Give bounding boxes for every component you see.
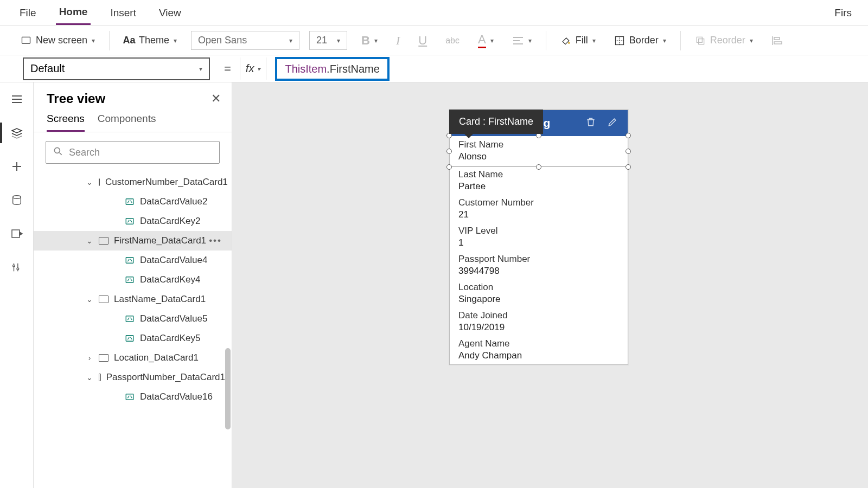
caret-icon[interactable]: ⌄ <box>85 236 94 245</box>
tree-title: Tree view <box>47 91 105 106</box>
separator <box>680 31 681 50</box>
tree-item[interactable]: DataCardKey2 <box>34 211 232 231</box>
tree-item[interactable]: DataCardValue16 <box>34 387 232 407</box>
resize-handle[interactable] <box>536 164 541 170</box>
tree-item[interactable]: ⌄FirstName_DataCard1••• <box>34 231 232 251</box>
control-icon <box>125 216 135 226</box>
field-label: Date Joined <box>458 310 619 321</box>
font-size-select[interactable]: 21 ▾ <box>309 31 347 50</box>
caret-icon[interactable]: › <box>85 354 94 362</box>
main-area: Tree view ✕ Screens Components Search ⌄C… <box>0 82 868 488</box>
resize-handle[interactable] <box>626 164 631 170</box>
formula-input[interactable]: ThisItem.FirstName <box>275 57 389 81</box>
tree-item-label: DataCardKey5 <box>140 333 201 344</box>
resize-handle[interactable] <box>626 133 631 138</box>
new-screen-button[interactable]: New screen ▾ <box>16 31 99 49</box>
form-field[interactable]: Agent NameAndy Champan <box>450 336 628 364</box>
new-screen-icon <box>21 35 31 46</box>
control-icon <box>125 333 135 343</box>
selected-datacard[interactable]: First NameAlonso <box>450 136 628 167</box>
align-objects-button[interactable] <box>767 32 787 49</box>
equals-sign: = <box>224 62 231 76</box>
new-screen-label: New screen <box>36 35 87 46</box>
data-icon[interactable] <box>10 193 24 207</box>
align-button[interactable]: ▾ <box>508 33 536 49</box>
italic-button[interactable]: I <box>392 30 404 51</box>
tree-view-icon[interactable] <box>10 126 24 140</box>
fill-button[interactable]: Fill ▾ <box>556 31 600 49</box>
tree-item-label: CustomerNumber_DataCard1 <box>105 177 228 188</box>
top-menubar: File Home Insert View Firs <box>0 0 868 26</box>
theme-button[interactable]: Aa Theme ▾ <box>119 31 181 49</box>
svg-point-23 <box>17 268 19 270</box>
edit-icon[interactable] <box>607 117 618 130</box>
tree-item[interactable]: DataCardValue5 <box>34 309 232 329</box>
fx-button[interactable]: fx ▾ <box>240 57 267 80</box>
svg-rect-31 <box>126 336 133 342</box>
form-field[interactable]: Passport Number39944798 <box>450 252 628 280</box>
border-button[interactable]: Border ▾ <box>610 31 671 49</box>
form-field[interactable]: LocationSingapore <box>450 280 628 308</box>
svg-point-24 <box>54 147 60 153</box>
tree-item[interactable]: DataCardValue2 <box>34 192 232 211</box>
tree-item[interactable]: DataCardKey4 <box>34 270 232 290</box>
more-icon[interactable]: ••• <box>209 235 222 246</box>
strikethrough-button[interactable]: abc <box>441 33 464 49</box>
tab-components[interactable]: Components <box>98 113 156 132</box>
formula-object: ThisItem <box>285 63 327 75</box>
chevron-down-icon: ▾ <box>663 37 666 44</box>
tree-panel: Tree view ✕ Screens Components Search ⌄C… <box>34 82 232 488</box>
close-icon[interactable]: ✕ <box>211 92 221 106</box>
hamburger-icon[interactable] <box>10 92 24 106</box>
underline-button[interactable]: U <box>414 30 431 51</box>
search-input[interactable]: Search <box>46 141 220 164</box>
tree-item[interactable]: DataCardKey5 <box>34 329 232 348</box>
tree-item[interactable]: ⌄LastName_DataCard1 <box>34 290 232 309</box>
field-value: Andy Champan <box>458 350 619 361</box>
card-tooltip: Card : FirstName <box>449 110 543 134</box>
field-value: 39944798 <box>458 266 619 277</box>
form-field[interactable]: VIP Level1 <box>450 223 628 252</box>
bold-button[interactable]: B▾ <box>357 30 382 51</box>
form-field[interactable]: Date Joined10/19/2019 <box>450 308 628 336</box>
caret-icon[interactable]: ⌄ <box>85 295 94 304</box>
property-select[interactable]: Default ▾ <box>23 57 210 80</box>
chevron-down-icon: ▾ <box>92 37 95 44</box>
search-icon <box>53 146 63 159</box>
svg-rect-9 <box>698 38 704 44</box>
tree-header: Tree view ✕ <box>34 82 232 108</box>
advanced-tools-icon[interactable] <box>10 260 24 274</box>
form-card[interactable]: ling First NameAlonsoLast NameParteeCust… <box>449 110 628 365</box>
scrollbar-thumb[interactable] <box>225 348 231 429</box>
form-field[interactable]: Last NamePartee <box>450 167 628 195</box>
menu-file[interactable]: File <box>16 2 40 24</box>
reorder-button[interactable]: Reorder ▾ <box>691 31 757 49</box>
tree-item[interactable]: DataCardValue4 <box>34 251 232 270</box>
tree-item[interactable]: ⌄CustomerNumber_DataCard1 <box>34 172 232 192</box>
menu-view[interactable]: View <box>156 2 184 24</box>
resize-handle[interactable] <box>446 164 452 170</box>
menu-home[interactable]: Home <box>56 1 91 25</box>
resize-handle[interactable] <box>446 149 452 154</box>
formula-bar: Default ▾ = fx ▾ ThisItem.FirstName <box>0 55 868 82</box>
form-field[interactable]: Customer Number21 <box>450 195 628 223</box>
caret-icon[interactable]: ⌄ <box>85 373 94 382</box>
field-label: VIP Level <box>458 226 619 236</box>
fx-label: fx <box>246 62 254 75</box>
control-icon <box>125 392 135 402</box>
insert-icon[interactable] <box>10 159 24 174</box>
delete-icon[interactable] <box>585 117 596 130</box>
field-label: Last Name <box>458 169 619 180</box>
chevron-down-icon: ▾ <box>289 37 292 44</box>
tree-item[interactable]: ›Location_DataCard1 <box>34 348 232 368</box>
menu-insert[interactable]: Insert <box>107 2 139 24</box>
tab-screens[interactable]: Screens <box>47 113 85 132</box>
tree-item-label: DataCardValue5 <box>140 313 207 324</box>
media-icon[interactable] <box>10 227 24 241</box>
tree-item[interactable]: ⌄PassportNumber_DataCard1 <box>34 368 232 387</box>
canvas[interactable]: Card : FirstName ling First NameAlonsoLa… <box>232 82 868 488</box>
font-family-select[interactable]: Open Sans ▾ <box>191 31 299 50</box>
font-color-button[interactable]: A▾ <box>474 29 498 52</box>
resize-handle[interactable] <box>626 149 631 154</box>
caret-icon[interactable]: ⌄ <box>85 178 94 187</box>
